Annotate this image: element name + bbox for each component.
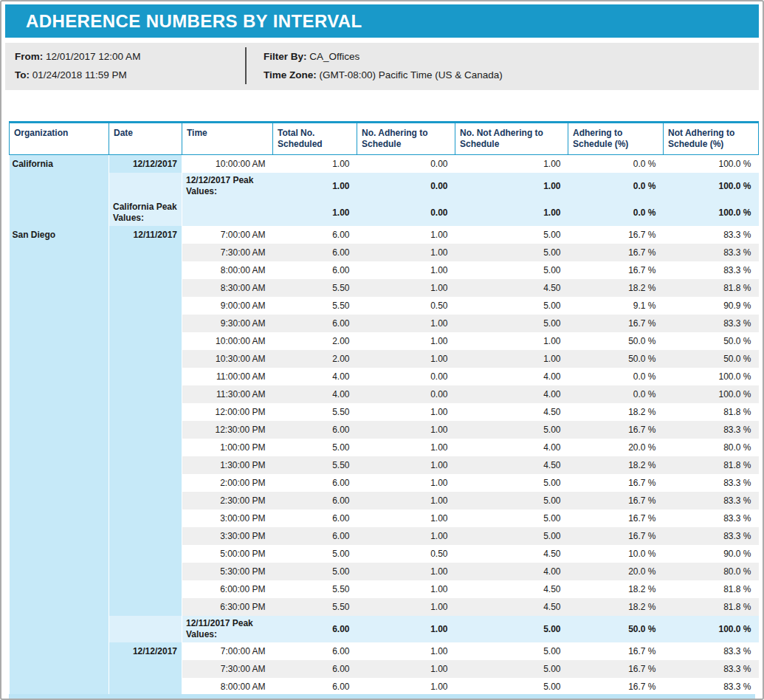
table-row: 1:30:00 PM5.501.004.5018.2 %81.8 %	[10, 456, 759, 474]
value-cell: 4.00	[455, 385, 568, 403]
date-cell: 12/12/2017	[109, 642, 182, 660]
value-cell: 83.3 %	[664, 660, 759, 678]
value-cell: 5.50	[273, 403, 357, 421]
date-cell	[109, 421, 182, 439]
value-cell: 4.00	[455, 563, 568, 580]
column-header: Date	[109, 123, 182, 155]
table-bottom-strip	[9, 694, 755, 699]
value-cell: 5.50	[273, 598, 357, 616]
value-cell: 1.00	[357, 492, 455, 509]
org-cell	[10, 173, 109, 199]
value-cell: 0.0 %	[568, 155, 664, 174]
value-cell: 1.00	[357, 616, 455, 642]
value-cell: 16.7 %	[568, 509, 664, 527]
value-cell: 100.0 %	[664, 616, 759, 642]
table-body: California12/12/201710:00:00 AM1.000.001…	[10, 155, 759, 696]
value-cell: 83.3 %	[664, 421, 759, 439]
table-row: California12/12/201710:00:00 AM1.000.001…	[10, 155, 759, 174]
value-cell: 0.0 %	[568, 385, 664, 403]
value-cell: 16.7 %	[568, 474, 664, 492]
org-cell	[10, 527, 109, 545]
value-cell: 100.0 %	[664, 173, 759, 199]
org-cell	[10, 616, 109, 642]
value-cell: 1.00	[455, 332, 568, 350]
value-cell: 5.00	[455, 244, 568, 261]
value-cell: 83.3 %	[664, 642, 759, 660]
value-cell: 1.00	[273, 173, 357, 199]
value-cell: 2.00	[273, 332, 357, 350]
date-cell	[109, 403, 182, 421]
org-cell	[10, 261, 109, 279]
value-cell: 4.50	[455, 456, 568, 474]
org-cell	[10, 315, 109, 332]
date-cell	[109, 439, 182, 456]
org-cell	[10, 492, 109, 509]
value-cell: 0.0 %	[568, 199, 664, 226]
org-cell: San Diego	[10, 226, 109, 244]
value-cell: 83.3 %	[664, 315, 759, 332]
org-cell	[10, 545, 109, 563]
value-cell: 1.00	[455, 173, 568, 199]
date-cell	[109, 261, 182, 279]
time-cell: 8:00:00 AM	[182, 261, 273, 279]
filter-value: CA_Offices	[309, 51, 359, 62]
value-cell: 5.00	[455, 315, 568, 332]
value-cell: 1.00	[357, 580, 455, 598]
value-cell: 16.7 %	[568, 421, 664, 439]
org-cell	[10, 350, 109, 368]
value-cell: 6.00	[273, 527, 357, 545]
table-row: 6:00:00 PM5.501.004.5018.2 %81.8 %	[10, 580, 759, 598]
table-row: 7:30:00 AM6.001.005.0016.7 %83.3 %	[10, 244, 759, 261]
value-cell: 16.7 %	[568, 678, 664, 696]
value-cell: 16.7 %	[568, 244, 664, 261]
value-cell: 5.50	[273, 456, 357, 474]
value-cell: 6.00	[273, 474, 357, 492]
value-cell: 90.0 %	[664, 545, 759, 563]
value-cell: 83.3 %	[664, 226, 759, 244]
date-cell	[109, 332, 182, 350]
value-cell: 100.0 %	[664, 368, 759, 385]
timezone-value: (GMT-08:00) Pacific Time (US & Canada)	[320, 69, 503, 80]
value-cell: 1.00	[357, 403, 455, 421]
value-cell: 100.0 %	[664, 385, 759, 403]
table-row: 9:00:00 AM5.500.505.009.1 %90.9 %	[10, 297, 759, 315]
timezone-line: Time Zone: (GMT-08:00) Pacific Time (US …	[264, 66, 503, 84]
time-cell: 6:30:00 PM	[182, 598, 273, 616]
org-cell	[10, 439, 109, 456]
time-cell: 3:30:00 PM	[182, 527, 273, 545]
value-cell: 0.50	[357, 297, 455, 315]
value-cell: 16.7 %	[568, 642, 664, 660]
from-value: 12/01/2017 12:00 AM	[46, 51, 140, 62]
value-cell: 50.0 %	[568, 350, 664, 368]
value-cell: 81.8 %	[664, 456, 759, 474]
table-row: 11:30:00 AM4.000.004.000.0 %100.0 %	[10, 385, 759, 403]
time-cell: 10:30:00 AM	[182, 350, 273, 368]
value-cell: 5.00	[455, 660, 568, 678]
date-cell	[109, 580, 182, 598]
value-cell: 0.00	[357, 155, 455, 174]
value-cell: 5.00	[273, 439, 357, 456]
date-range-block: From: 12/01/2017 12:00 AM To: 01/24/2018…	[5, 47, 245, 84]
value-cell: 50.0 %	[664, 332, 759, 350]
value-cell: 83.3 %	[664, 527, 759, 545]
table-row: 1:00:00 PM5.001.004.0020.0 %80.0 %	[10, 439, 759, 456]
column-header: Not Adhering to Schedule (%)	[664, 123, 759, 155]
value-cell: 5.00	[273, 563, 357, 580]
value-cell: 18.2 %	[568, 403, 664, 421]
value-cell: 6.00	[273, 660, 357, 678]
report-title-bar: ADHERENCE NUMBERS BY INTERVAL	[5, 4, 759, 38]
value-cell: 1.00	[357, 244, 455, 261]
org-cell: California	[10, 155, 109, 174]
time-cell: 7:00:00 AM	[182, 226, 273, 244]
value-cell: 1.00	[357, 279, 455, 297]
value-cell: 18.2 %	[568, 279, 664, 297]
org-cell	[10, 642, 109, 660]
value-cell: 4.00	[455, 439, 568, 456]
value-cell: 9.1 %	[568, 297, 664, 315]
org-cell	[10, 456, 109, 474]
value-cell: 5.50	[273, 279, 357, 297]
time-cell: 5:30:00 PM	[182, 563, 273, 580]
column-header: Time	[182, 123, 273, 155]
date-cell	[109, 173, 182, 199]
value-cell: 6.00	[273, 642, 357, 660]
